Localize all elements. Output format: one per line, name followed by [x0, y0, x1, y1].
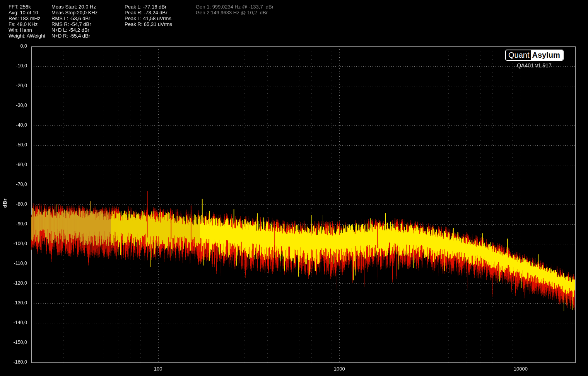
rms-right-readout: RMS R: -54,7 dBr: [51, 21, 97, 27]
avg-readout: Avg: 10 of 10: [9, 10, 45, 15]
firmware-version-label: QA401 v1.917: [505, 62, 563, 69]
logo-quant-text: Quant: [506, 50, 531, 60]
measurement-settings: Meas Start: 20,0 Hz Meas Stop:20,0 KHz R…: [51, 4, 97, 39]
y-tick-label: 0,0: [2, 43, 27, 49]
y-tick-label: -50,0: [2, 142, 27, 148]
x-tick-label: 10000: [505, 366, 536, 372]
y-tick-label: -110,0: [2, 261, 27, 266]
y-tick-label: -150,0: [2, 340, 27, 345]
y-tick-label: -70,0: [2, 182, 27, 187]
y-tick-label: -120,0: [2, 280, 27, 286]
peak-right-uvrms-readout: Peak R: 65,31 uVrms: [125, 21, 172, 27]
spectrum-plot-canvas[interactable]: [0, 0, 588, 376]
y-tick-label: -40,0: [2, 122, 27, 128]
y-tick-label: -100,0: [2, 241, 27, 246]
meas-stop-readout: Meas Stop:20,0 KHz: [51, 10, 97, 15]
gen2-readout: Gen 2:149,9633 Hz @ 10,2 dBr: [196, 10, 273, 15]
x-tick-label: 1000: [324, 366, 355, 372]
peak-right-dbr-readout: Peak R: -73,24 dBr: [125, 10, 172, 15]
nd-left-readout: N+D L: -54,2 dBr: [51, 27, 97, 33]
weighting-readout: Weight: AWeight: [9, 33, 45, 39]
peak-readouts: Peak L: -77,16 dBr Peak R: -73,24 dBr Pe…: [125, 4, 172, 27]
res-readout: Res: 183 mHz: [9, 15, 45, 21]
qa401-analyzer-screen: FFT: 256k Avg: 10 of 10 Res: 183 mHz Fs:…: [0, 0, 588, 376]
logo-asylum-text: Asylum: [531, 50, 562, 60]
peak-left-uvrms-readout: Peak L: 41,58 uVrms: [125, 15, 172, 21]
y-tick-label: -20,0: [2, 83, 27, 88]
rms-left-readout: RMS L: -53,6 dBr: [51, 15, 97, 21]
quantasylum-logo: Quant Asylum: [505, 50, 564, 61]
y-tick-label: -60,0: [2, 162, 27, 167]
nd-right-readout: N+D R: -55,4 dBr: [51, 33, 97, 39]
y-tick-label: -80,0: [2, 201, 27, 207]
meas-start-readout: Meas Start: 20,0 Hz: [51, 4, 97, 10]
acquisition-settings: FFT: 256k Avg: 10 of 10 Res: 183 mHz Fs:…: [9, 4, 45, 39]
y-tick-label: -90,0: [2, 221, 27, 227]
y-tick-label: -140,0: [2, 320, 27, 325]
generator-status: Gen 1: 999,0234 Hz @ -133,7 dBr Gen 2:14…: [196, 4, 273, 15]
y-tick-label: -160,0: [2, 359, 27, 365]
x-tick-label: 100: [143, 366, 174, 372]
peak-left-dbr-readout: Peak L: -77,16 dBr: [125, 4, 172, 10]
window-readout: Win: Hann: [9, 27, 45, 33]
fft-size-readout: FFT: 256k: [9, 4, 45, 10]
gen1-readout: Gen 1: 999,0234 Hz @ -133,7 dBr: [196, 4, 273, 10]
y-tick-label: -30,0: [2, 103, 27, 108]
y-tick-label: -10,0: [2, 63, 27, 69]
y-tick-label: -130,0: [2, 300, 27, 306]
fs-readout: Fs: 48,0 KHz: [9, 21, 45, 27]
